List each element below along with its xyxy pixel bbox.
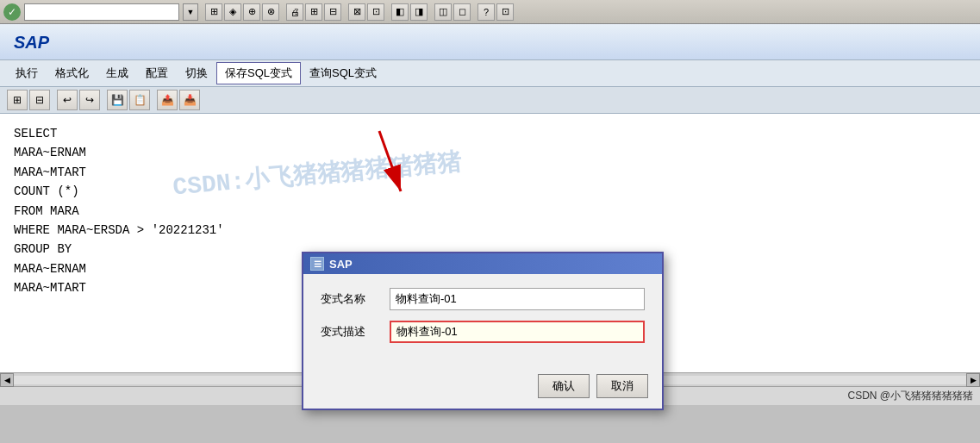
- sys-icon-7[interactable]: ⊟: [324, 3, 341, 21]
- menu-item-switch[interactable]: 切换: [177, 62, 216, 84]
- scroll-left-btn[interactable]: ◀: [0, 373, 14, 387]
- code-line-2: MARA~MTART: [14, 163, 966, 182]
- sys-icon-9[interactable]: ⊡: [367, 3, 384, 21]
- menu-item-format[interactable]: 格式化: [47, 62, 97, 84]
- code-line-5: WHERE MARA~ERSDA > '20221231': [14, 221, 966, 240]
- modal-label-name: 变式名称: [321, 291, 390, 307]
- system-input[interactable]: [24, 3, 179, 21]
- sys-icon-2[interactable]: ◈: [224, 3, 241, 21]
- toolbar: ⊞ ⊟ ↩ ↪ 💾 📋 📤 📥: [0, 87, 980, 114]
- sap-window: SAP 执行 格式化 生成 配置 切换 保存SQL变式 查询SQL变式 ⊞ ⊟ …: [0, 24, 980, 405]
- toolbar-btn-6[interactable]: 📋: [129, 90, 150, 110]
- system-bar: ✓ ▼ ⊞ ◈ ⊕ ⊗ 🖨 ⊞ ⊟ ⊠ ⊡ ◧ ◨ ◫ ◻ ? ⊡: [0, 0, 980, 24]
- menu-item-save-sql[interactable]: 保存SQL变式: [216, 62, 301, 84]
- menu-item-generate[interactable]: 生成: [97, 62, 137, 84]
- sys-icon-5[interactable]: 🖨: [286, 3, 303, 21]
- modal-footer: 确认 取消: [303, 367, 662, 409]
- toolbar-btn-8[interactable]: 📥: [179, 90, 200, 110]
- sys-icon-14[interactable]: ?: [478, 3, 495, 21]
- modal-title: SAP: [329, 258, 353, 271]
- cancel-button[interactable]: 取消: [596, 374, 648, 398]
- toolbar-btn-1[interactable]: ⊞: [7, 90, 28, 110]
- modal-field-desc: 变式描述: [321, 321, 645, 343]
- sys-icon-3[interactable]: ⊕: [243, 3, 260, 21]
- modal-header-icon: ☰: [310, 257, 324, 271]
- scroll-right-btn[interactable]: ▶: [966, 373, 980, 387]
- modal-header: ☰ SAP: [303, 253, 662, 274]
- sys-icon-12[interactable]: ◫: [434, 3, 452, 21]
- check-icon: ✓: [3, 3, 21, 21]
- menu-item-query-sql[interactable]: 查询SQL变式: [301, 62, 385, 84]
- sys-icon-10[interactable]: ◧: [391, 3, 409, 21]
- code-line-1: MARA~ERNAM: [14, 143, 966, 162]
- menu-bar: 执行 格式化 生成 配置 切换 保存SQL变式 查询SQL变式: [0, 60, 980, 87]
- toolbar-btn-2[interactable]: ⊟: [29, 90, 50, 110]
- sap-title: SAP: [14, 33, 966, 53]
- system-toolbar: ⊞ ◈ ⊕ ⊗ 🖨 ⊞ ⊟ ⊠ ⊡ ◧ ◨ ◫ ◻ ? ⊡: [205, 3, 514, 21]
- menu-item-config[interactable]: 配置: [137, 62, 177, 84]
- variant-desc-input[interactable]: [390, 321, 645, 343]
- sys-icon-11[interactable]: ◨: [410, 3, 428, 21]
- confirm-button[interactable]: 确认: [538, 374, 590, 398]
- toolbar-btn-4[interactable]: ↪: [79, 90, 100, 110]
- code-line-3: COUNT (*): [14, 182, 966, 201]
- sys-icon-1[interactable]: ⊞: [205, 3, 222, 21]
- sys-icon-6[interactable]: ⊞: [305, 3, 322, 21]
- status-text: CSDN @小飞猪猪猪猪猪猪: [847, 389, 973, 403]
- code-line-0: SELECT: [14, 124, 966, 143]
- toolbar-btn-5[interactable]: 💾: [107, 90, 128, 110]
- modal-label-desc: 变式描述: [321, 324, 390, 340]
- menu-item-execute[interactable]: 执行: [7, 62, 47, 84]
- modal-body: 变式名称 变式描述: [303, 274, 662, 367]
- sys-icon-8[interactable]: ⊠: [348, 3, 365, 21]
- sys-icon-13[interactable]: ◻: [453, 3, 471, 21]
- toolbar-btn-3[interactable]: ↩: [57, 90, 78, 110]
- sys-icon-4[interactable]: ⊗: [262, 3, 279, 21]
- sys-icon-15[interactable]: ⊡: [496, 3, 514, 21]
- dropdown-btn[interactable]: ▼: [183, 3, 198, 21]
- modal-field-name: 变式名称: [321, 288, 645, 310]
- modal-dialog: ☰ SAP 变式名称 变式描述 确认 取消: [302, 252, 664, 410]
- code-line-4: FROM MARA: [14, 202, 966, 221]
- variant-name-input[interactable]: [390, 288, 645, 310]
- toolbar-btn-7[interactable]: 📤: [157, 90, 178, 110]
- sap-header: SAP: [0, 24, 980, 60]
- content-container: SELECT MARA~ERNAM MARA~MTART COUNT (*) F…: [0, 114, 980, 372]
